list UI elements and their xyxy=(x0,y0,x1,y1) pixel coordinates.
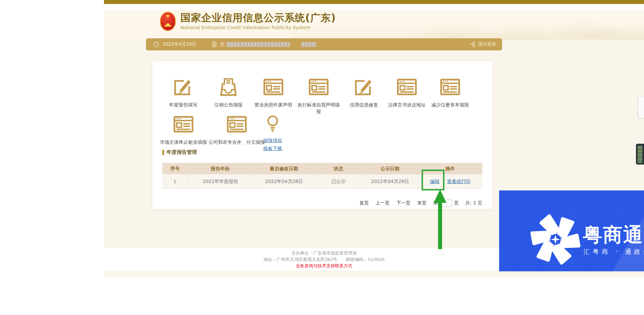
service-capital-reduction[interactable]: 减少注册资本填报 xyxy=(428,76,473,108)
col-header-year: 报告年份 xyxy=(187,163,253,174)
service-standard-self-declaration[interactable]: 执行标准自我声明填报 xyxy=(296,76,341,115)
yueshangtong-promo-banner[interactable]: 粤商通 汇粤商 · 通政企 xyxy=(499,190,644,271)
edit-icon xyxy=(353,76,375,98)
link-filling-notice[interactable]: 填报须知 xyxy=(253,136,293,144)
clock-icon xyxy=(153,41,159,47)
view-or-print-link[interactable]: 查看或打印 xyxy=(447,179,471,184)
pagination: 首页 上一页 下一页 末页 第 页 共: 1 页 xyxy=(359,199,482,207)
edge-collapsed-panel[interactable] xyxy=(638,97,644,118)
browser-doc-icon xyxy=(439,76,461,98)
service-license-void-statement[interactable]: 营业执照作废声明 xyxy=(251,76,296,108)
edit-icon xyxy=(172,76,194,98)
user-bar: 2022年4月29日 您 退出登录 xyxy=(146,38,502,50)
edge-tool-stripes xyxy=(638,145,642,163)
user-id-icon xyxy=(211,41,217,47)
service-label: 年度报告填写 xyxy=(161,101,206,108)
service-business-termination[interactable]: 市场主体终止歇业填报 xyxy=(156,114,211,145)
arrow-annotation-head xyxy=(434,189,446,203)
inbox-icon xyxy=(218,76,239,98)
promo-title: 粤商通 xyxy=(583,222,643,248)
pinwheel-logo-icon xyxy=(530,214,581,265)
screen: ★ 国家企业信用信息公示系统(广东) National Enterprise C… xyxy=(0,0,644,315)
service-credit-repair[interactable]: 信用信息修复 xyxy=(341,76,386,108)
service-label: 市场主体终止歇业填报 xyxy=(156,139,211,145)
col-header-publish-date: 公示日期 xyxy=(362,163,418,174)
national-emblem-logo: ★ xyxy=(160,12,176,31)
service-label: 减少注册资本填报 xyxy=(428,101,473,108)
site-subtitle: National Enterprise Credit Information P… xyxy=(180,25,336,30)
brand-text: 国家企业信用信息公示系统(广东) National Enterprise Cre… xyxy=(180,11,336,30)
logout-button[interactable]: 退出登录 xyxy=(469,41,502,47)
service-label: 营业执照作废声明 xyxy=(251,101,296,108)
col-header-modified: 最后修改日期 xyxy=(253,163,315,174)
cell-modified: 2022年04月28日 xyxy=(253,174,315,188)
col-header-seq: 序号 xyxy=(162,163,187,174)
service-label: 信用信息修复 xyxy=(341,101,386,108)
service-label: 执行标准自我声明填报 xyxy=(296,101,341,115)
lightbulb-icon xyxy=(263,114,282,134)
service-help-links: 填报须知 模板下载 xyxy=(253,114,293,152)
top-white-gap xyxy=(104,4,644,10)
user-greeting: 您 xyxy=(220,41,225,47)
link-template-download[interactable]: 模板下载 xyxy=(253,144,293,152)
user-info-redacted xyxy=(301,42,316,47)
cell-seq: 1 xyxy=(162,174,188,188)
service-annual-report-fill[interactable]: 年度报告填写 xyxy=(161,76,206,108)
edge-tool-widget[interactable] xyxy=(636,144,644,165)
footer-text: 主办单位：广东省市场监督管理局 地址：广州市天河区黄埔大道西363号 邮政编码：… xyxy=(146,250,502,269)
help-links: 填报须知 模板下载 xyxy=(253,136,293,152)
current-date: 2022年4月29日 xyxy=(163,41,197,47)
highlight-box-annotation xyxy=(422,170,444,190)
cell-publish-date: 2022年04月28日 xyxy=(362,174,418,188)
site-title: 国家企业信用信息公示系统(广东) xyxy=(180,11,336,24)
browser-doc-icon xyxy=(173,114,194,135)
emblem-gate-icon xyxy=(164,24,172,27)
page-suffix-label: 页 xyxy=(454,200,459,206)
top-gold-strip xyxy=(104,0,644,4)
cell-status: 已公示 xyxy=(315,174,362,188)
logout-label: 退出登录 xyxy=(478,41,496,47)
user-name-redacted xyxy=(226,42,290,47)
browser-doc-icon xyxy=(226,114,248,135)
section-title: 年度报告管理 xyxy=(167,149,197,155)
site-brand: ★ 国家企业信用信息公示系统(广东) National Enterprise C… xyxy=(160,11,336,31)
service-label: 注销公告填报 xyxy=(206,101,251,108)
service-legal-document-address[interactable]: 法律文书送达地址 xyxy=(384,76,429,108)
browser-doc-icon xyxy=(263,76,284,98)
pagination-last[interactable]: 末页 xyxy=(417,200,426,206)
footer-organizer: 主办单位：广东省市场监督管理局 xyxy=(146,250,502,256)
service-cancellation-notice[interactable]: 注销公告填报 xyxy=(206,76,251,108)
page-total-label: 共: 1 页 xyxy=(465,200,482,206)
browser-doc-icon xyxy=(308,76,329,98)
footer-address: 地址：广州市天河区黄埔大道西363号 邮政编码：510620 xyxy=(146,256,502,263)
cell-year: 2021年年度报告 xyxy=(188,174,253,188)
arrow-annotation-shaft xyxy=(438,202,442,249)
browser-doc-icon xyxy=(396,76,418,98)
pagination-next[interactable]: 下一页 xyxy=(396,200,410,206)
site-header-banner: ★ 国家企业信用信息公示系统(广东) National Enterprise C… xyxy=(104,10,644,40)
pagination-prev[interactable]: 上一页 xyxy=(375,200,389,206)
emblem-star-icon: ★ xyxy=(160,13,176,19)
service-label: 法律文书送达地址 xyxy=(384,101,429,108)
mountain-artwork xyxy=(292,10,644,40)
section-header: 年度报告管理 xyxy=(162,149,197,155)
support-contact-link[interactable]: 业务咨询与技术支持联系方式 xyxy=(146,263,502,269)
col-header-status: 状态 xyxy=(315,163,362,174)
user-bar-left: 2022年4月29日 您 xyxy=(146,41,469,47)
section-accent-bar xyxy=(162,150,164,155)
exit-icon xyxy=(469,41,475,47)
pagination-first[interactable]: 首页 xyxy=(359,200,369,206)
promo-slogan: 汇粤商 · 通政企 xyxy=(584,248,644,256)
